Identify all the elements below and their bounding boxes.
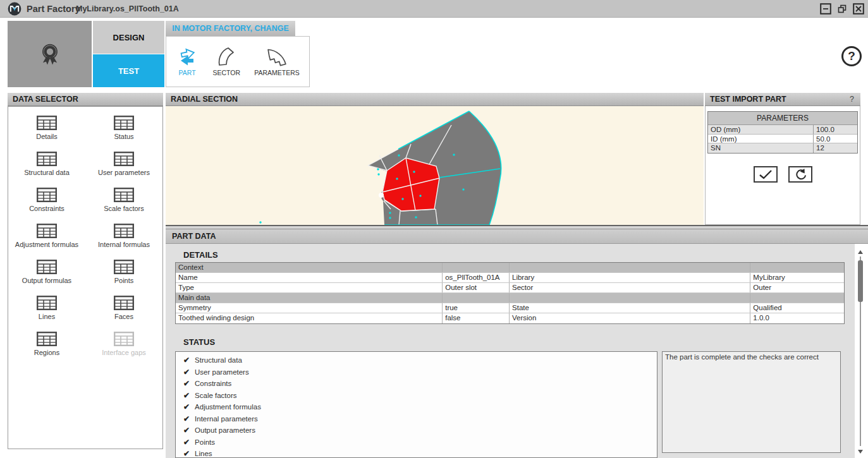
document-title: MyLibrary.os_PllTooth_01A — [76, 4, 179, 13]
parameter-value-field[interactable]: 12 — [814, 143, 857, 153]
table-icon — [37, 296, 57, 310]
reset-icon — [794, 168, 807, 181]
test-import-part-title: TEST IMPORT PART — [710, 93, 786, 105]
table-icon — [114, 224, 134, 238]
parameters-icon — [264, 47, 290, 67]
data-selector-item-label: Status — [114, 133, 133, 140]
part-button-label: PART — [179, 69, 196, 76]
reset-button[interactable] — [788, 166, 812, 183]
data-selector-item[interactable]: Status — [85, 116, 162, 152]
data-selector-item[interactable]: Points — [85, 260, 162, 296]
status-check-label: Points — [195, 438, 215, 446]
status-check-item: ✔ Output parameters — [183, 425, 657, 437]
data-selector-item-label: Interface gaps — [102, 349, 146, 356]
status-check-label: Structural data — [195, 356, 242, 364]
details-cell: MyLibrary — [750, 273, 844, 282]
details-cell: Name — [176, 273, 443, 282]
table-icon — [114, 296, 134, 310]
details-cell: Symmetry — [176, 303, 443, 313]
panel-splitter[interactable] — [166, 225, 868, 229]
check-icon — [758, 169, 773, 179]
details-cell: Context — [176, 263, 443, 272]
part-data-header: PART DATA — [166, 229, 868, 244]
data-selector-item-label: Constraints — [29, 205, 64, 212]
scrollbar-up-arrow-icon[interactable] — [858, 250, 863, 254]
radial-section-drawing — [166, 106, 704, 225]
test-import-part-header: TEST IMPORT PART ? — [705, 93, 860, 106]
details-cell: Main data — [176, 293, 443, 303]
status-check-item: ✔ Scale factors — [183, 390, 657, 402]
data-selector-item-label: Structural data — [24, 169, 70, 176]
data-selector-item[interactable]: Scale factors — [85, 188, 162, 224]
scrollbar-thumb[interactable] — [858, 260, 863, 302]
help-button[interactable]: ? — [841, 46, 862, 66]
details-cell: Outer — [750, 283, 844, 292]
radial-section-canvas[interactable] — [166, 106, 704, 225]
details-cell: Outer slot — [443, 283, 510, 292]
details-cell: Version — [510, 313, 750, 323]
app-title: Part Factory — [27, 4, 80, 14]
table-icon — [37, 224, 57, 238]
help-question-glyph: ? — [848, 49, 855, 63]
award-badge-icon — [39, 43, 61, 66]
data-selector-item[interactable]: Output formulas — [8, 260, 85, 296]
data-selector-item[interactable]: Lines — [8, 296, 85, 332]
radial-section-header: RADIAL SECTION — [166, 93, 704, 106]
part-arrows-icon — [176, 47, 199, 67]
data-selector-item-label: User parameters — [98, 169, 150, 176]
check-icon: ✔ — [183, 402, 190, 411]
check-icon: ✔ — [183, 449, 190, 458]
data-selector-item-label: Adjustment formulas — [15, 241, 78, 248]
data-selector-item-label: Points — [114, 277, 134, 284]
details-table-row: Name os_PllTooth_01A Library MyLibrary — [176, 273, 844, 283]
data-selector-item[interactable]: Regions — [8, 332, 85, 368]
parameter-value-field[interactable]: 50.0 — [814, 135, 857, 143]
details-cell: Sector — [510, 283, 750, 292]
part-button[interactable]: PART — [176, 47, 199, 76]
data-selector-panel: Details Status Structural data — [8, 106, 163, 449]
status-check-item: ✔ Adjustment formulas — [183, 401, 657, 413]
tab-test[interactable]: TEST — [93, 54, 164, 87]
parameter-label: ID (mm) — [708, 135, 814, 143]
test-import-help-icon[interactable]: ? — [850, 93, 854, 105]
status-check-label: User parameters — [195, 368, 249, 376]
status-check-item: ✔ Structural data — [183, 354, 657, 366]
details-table-row: Toothed winding design false Version 1.0… — [176, 313, 844, 323]
sector-button[interactable]: SECTOR — [212, 47, 240, 76]
data-selector-item[interactable]: Adjustment formulas — [8, 224, 85, 260]
data-selector-item-label: Scale factors — [104, 205, 144, 212]
data-selector-item[interactable]: Constraints — [8, 188, 85, 224]
details-cell: os_PllTooth_01A — [443, 273, 510, 282]
window-controls — [820, 3, 864, 15]
apply-button[interactable] — [754, 166, 778, 183]
details-cell: State — [510, 303, 750, 313]
details-cell — [750, 293, 844, 303]
data-selector-item[interactable]: User parameters — [85, 152, 162, 188]
status-check-label: Constraints — [195, 380, 231, 387]
status-check-label: Internal parameters — [195, 415, 258, 423]
details-table-row: Symmetry true State Qualified — [176, 303, 844, 313]
parameters-button-label: PARAMETERS — [254, 69, 300, 76]
restore-icon[interactable] — [836, 3, 848, 15]
tab-design[interactable]: DESIGN — [93, 21, 164, 54]
minimize-icon[interactable] — [820, 3, 831, 15]
vertical-scrollbar — [855, 246, 865, 456]
table-icon — [114, 116, 134, 130]
table-icon — [37, 188, 57, 202]
table-icon — [37, 260, 57, 274]
parameter-label: SN — [708, 143, 814, 153]
close-icon[interactable] — [853, 3, 864, 15]
data-selector-item[interactable]: Structural data — [8, 152, 85, 188]
details-cell: Library — [510, 273, 750, 282]
data-selector-item[interactable]: Faces — [85, 296, 162, 332]
data-selector-item[interactable]: Internal formulas — [85, 224, 162, 260]
status-check-label: Output parameters — [195, 426, 255, 434]
data-selector-item-label: Regions — [34, 349, 59, 356]
data-selector-item[interactable]: Details — [8, 116, 85, 152]
status-message-box: The part is complete and the checks are … — [662, 351, 841, 453]
parameter-value-field[interactable]: 100.0 — [814, 125, 857, 134]
parameters-button[interactable]: PARAMETERS — [254, 47, 300, 76]
check-icon: ✔ — [183, 356, 190, 365]
details-section-title: DETAILS — [183, 250, 218, 260]
scrollbar-down-arrow-icon[interactable] — [858, 450, 863, 454]
